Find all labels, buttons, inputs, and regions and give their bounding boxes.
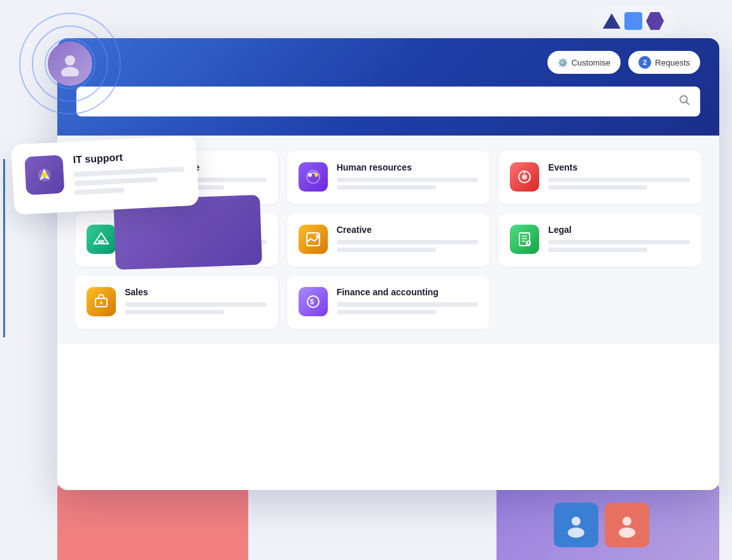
floating-it-support-card[interactable]: IT support xyxy=(11,135,199,214)
legal-icon xyxy=(510,225,539,254)
avatar xyxy=(48,41,92,86)
bottom-avatars xyxy=(554,503,649,547)
human-resources-content: Human resources xyxy=(337,162,479,193)
finance-content: Finance and accounting xyxy=(337,287,479,318)
search-bar xyxy=(76,87,700,116)
sales-icon xyxy=(87,287,116,316)
card-line-1 xyxy=(548,240,690,244)
legal-title: Legal xyxy=(548,225,690,235)
svg-point-33 xyxy=(623,517,631,526)
creative-title: Creative xyxy=(337,225,479,235)
card-line-1 xyxy=(337,302,479,307)
card-finance[interactable]: $ Finance and accounting xyxy=(287,276,490,329)
customise-button[interactable]: ⚙️ Customise xyxy=(547,51,621,74)
hexagon-shape xyxy=(646,12,664,30)
svg-point-2 xyxy=(680,96,687,103)
decorative-shapes xyxy=(592,6,675,36)
gear-icon: ⚙️ xyxy=(558,58,568,67)
svg-point-34 xyxy=(619,528,635,538)
requests-badge: 2 xyxy=(638,56,651,69)
top-bar: ⚙️ Customise 2 Requests xyxy=(76,51,700,74)
svg-line-15 xyxy=(311,239,314,241)
human-resources-icon xyxy=(299,162,328,192)
decorative-circles xyxy=(19,13,121,115)
bottom-avatar-salmon xyxy=(605,503,649,547)
events-title: Events xyxy=(548,162,690,172)
sales-content: Sales xyxy=(125,287,267,318)
deco-left-border xyxy=(3,159,5,337)
svg-point-0 xyxy=(65,55,75,66)
creative-content: Creative xyxy=(337,225,479,255)
events-content: Events xyxy=(548,162,690,193)
square-shape xyxy=(624,12,642,30)
human-resources-title: Human resources xyxy=(337,162,479,172)
creative-icon xyxy=(299,225,328,254)
card-line-2 xyxy=(548,185,647,190)
events-icon xyxy=(510,162,539,192)
search-icon xyxy=(679,94,690,109)
card-line-1 xyxy=(337,240,479,244)
card-line-2 xyxy=(337,185,436,190)
portal-header: ⚙️ Customise 2 Requests xyxy=(57,38,719,136)
finance-title: Finance and accounting xyxy=(337,287,479,297)
search-input[interactable] xyxy=(87,96,672,107)
bottom-avatar-blue xyxy=(554,503,598,547)
svg-point-26 xyxy=(100,302,102,304)
card-line-2 xyxy=(337,310,436,314)
svg-point-1 xyxy=(61,67,79,76)
svg-text:$: $ xyxy=(310,298,314,305)
card-creative[interactable]: Creative xyxy=(287,213,490,267)
legal-content: Legal xyxy=(548,225,690,255)
it-support-icon xyxy=(24,155,64,195)
svg-point-32 xyxy=(568,528,584,538)
card-line-1 xyxy=(548,178,690,182)
it-support-line-3 xyxy=(74,187,125,195)
it-support-line-2 xyxy=(74,177,157,186)
svg-rect-12 xyxy=(98,240,104,244)
finance-icon: $ xyxy=(299,287,328,316)
card-human-resources[interactable]: Human resources xyxy=(287,151,490,204)
it-support-title: IT support xyxy=(73,149,184,166)
card-line-1 xyxy=(125,302,267,307)
sales-title: Sales xyxy=(125,287,267,297)
card-line-2 xyxy=(125,310,224,314)
card-line-2 xyxy=(548,248,647,252)
card-line-2 xyxy=(337,248,436,252)
svg-point-9 xyxy=(522,174,527,179)
it-support-content: IT support xyxy=(73,149,185,199)
customise-label: Customise xyxy=(572,58,610,67)
it-support-line-1 xyxy=(74,166,185,177)
svg-point-31 xyxy=(572,517,581,526)
card-legal[interactable]: Legal xyxy=(498,213,701,267)
deco-bottom-left xyxy=(57,484,248,560)
card-line-1 xyxy=(337,178,479,182)
card-events[interactable]: Events xyxy=(498,151,701,204)
card-sales[interactable]: Sales xyxy=(75,276,278,329)
svg-line-3 xyxy=(687,102,689,105)
triangle-shape xyxy=(603,13,621,29)
requests-button[interactable]: 2 Requests xyxy=(628,51,700,74)
facilities-icon xyxy=(87,225,116,254)
requests-label: Requests xyxy=(655,58,690,67)
svg-point-17 xyxy=(316,234,320,238)
